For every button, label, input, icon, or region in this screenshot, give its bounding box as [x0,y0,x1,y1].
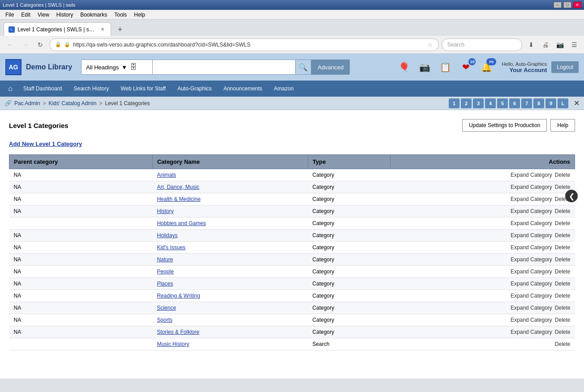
delete-link[interactable]: Delete [555,341,571,347]
breadcrumb-close-button[interactable]: ✕ [574,99,580,107]
expand-category-link[interactable]: Expand Category [511,232,552,239]
expand-category-link[interactable]: Expand Category [511,220,552,226]
expand-category-link[interactable]: Expand Category [511,329,552,335]
category-name-link[interactable]: Music History [157,341,189,347]
forward-button[interactable]: → [19,38,31,51]
close-button[interactable]: ✕ [573,2,581,8]
expand-category-link[interactable]: Expand Category [511,281,552,287]
letter-btn-5[interactable]: 5 [497,98,508,108]
letter-btn-9[interactable]: 9 [545,98,556,108]
delete-link[interactable]: Delete [555,268,571,275]
breadcrumb-kids-catalog[interactable]: Kids' Catalog Admin [48,100,96,107]
menu-view[interactable]: View [34,11,53,19]
bookmark-star-icon[interactable]: ☆ [427,41,433,48]
heading-select[interactable]: All Headings ▼ 🗄 [81,60,153,75]
letter-btn-8[interactable]: 8 [533,98,544,108]
delete-link[interactable]: Delete [555,232,571,239]
expand-category-link[interactable]: Expand Category [511,196,552,202]
nav-auto-graphics[interactable]: Auto-Graphics [172,83,217,94]
nav-web-links[interactable]: Web Links for Staff [115,83,171,94]
delete-link[interactable]: Delete [555,281,571,287]
menu-tools[interactable]: Tools [111,11,130,19]
user-account-link[interactable]: Your Account [502,67,547,73]
screenshot-icon[interactable]: 📷 [554,38,566,51]
home-nav-button[interactable]: ⌂ [4,82,17,95]
expand-category-link[interactable]: Expand Category [511,293,552,299]
expand-category-link[interactable]: Expand Category [511,256,552,263]
expand-category-link[interactable]: Expand Category [511,268,552,275]
heart-icon-item[interactable]: ❤ 10 [458,59,474,75]
delete-link[interactable]: Delete [555,184,571,190]
new-tab-button[interactable]: + [114,23,126,36]
category-name-link[interactable]: Health & Medicine [157,196,200,202]
letter-btn-6[interactable]: 6 [509,98,520,108]
nav-staff-dashboard[interactable]: Staff Dashboard [18,83,68,94]
letter-btn-1[interactable]: 1 [449,98,459,108]
letter-btn-2[interactable]: 2 [461,98,472,108]
category-name-link[interactable]: Stories & Folklore [157,329,199,335]
pocket-icon[interactable]: ⬇ [525,38,537,51]
category-name-link[interactable]: Science [157,305,176,311]
back-button[interactable]: ← [4,38,16,51]
expand-category-link[interactable]: Expand Category [511,172,552,178]
category-name-link[interactable]: Hobbies and Games [157,220,206,226]
menu-icon[interactable]: ☰ [568,38,580,51]
menu-history[interactable]: History [53,11,77,19]
bell-icon-item[interactable]: 🔔 F9 [478,59,494,75]
scroll-left-arrow[interactable]: ❮ [565,190,578,202]
expand-category-link[interactable]: Expand Category [511,244,552,251]
tab-close-button[interactable]: ✕ [99,26,106,33]
category-name-link[interactable]: Sports [157,317,172,323]
delete-link[interactable]: Delete [555,293,571,299]
balloon-icon-item[interactable]: 🎈 [396,59,412,75]
breadcrumb-pac-admin[interactable]: Pac Admin [14,100,40,107]
category-name-link[interactable]: Reading & Writing [157,293,200,299]
expand-category-link[interactable]: Expand Category [511,317,552,323]
menu-file[interactable]: File [2,11,17,19]
category-name-link[interactable]: Animals [157,172,176,178]
delete-link[interactable]: Delete [555,305,571,311]
category-name-link[interactable]: History [157,208,173,214]
category-name-link[interactable]: Kid's Issues [157,244,185,251]
category-name-link[interactable]: Places [157,281,173,287]
search-go-button[interactable]: 🔍 [295,60,311,75]
list-icon-item[interactable]: 📋 [437,59,453,75]
nav-amazon[interactable]: Amazon [269,83,299,94]
letter-btn-3[interactable]: 3 [473,98,484,108]
letter-btn-4[interactable]: 4 [485,98,496,108]
minimize-button[interactable]: – [554,2,562,8]
category-name-link[interactable]: Nature [157,256,173,263]
delete-link[interactable]: Delete [555,317,571,323]
nav-search-history[interactable]: Search History [69,83,115,94]
letter-btn-7[interactable]: 7 [521,98,532,108]
expand-category-link[interactable]: Expand Category [511,305,552,311]
add-new-category-link[interactable]: Add New Level 1 Category [9,141,82,147]
help-button[interactable]: Help [550,119,575,132]
category-name-link[interactable]: People [157,268,173,275]
print-icon[interactable]: 🖨 [539,38,552,51]
advanced-button[interactable]: Advanced [311,60,350,75]
search-input[interactable] [153,60,295,75]
address-url[interactable]: https://qa-swls-verso.auto-graphics.com/… [73,42,425,48]
delete-link[interactable]: Delete [555,329,571,335]
delete-link[interactable]: Delete [555,208,571,214]
expand-category-link[interactable]: Expand Category [511,208,552,214]
delete-link[interactable]: Delete [555,220,571,226]
category-name-link[interactable]: Holidays [157,232,177,239]
nav-announcements[interactable]: Announcements [218,83,268,94]
category-name-link[interactable]: Art, Dance, Music [157,184,199,190]
delete-link[interactable]: Delete [555,172,571,178]
refresh-button[interactable]: ↻ [34,38,47,51]
menu-edit[interactable]: Edit [17,11,34,19]
update-settings-button[interactable]: Update Settings to Production [462,119,547,132]
letter-btn-L[interactable]: L [558,98,568,108]
expand-category-link[interactable]: Expand Category [511,184,552,190]
maximize-button[interactable]: □ [563,2,571,8]
browser-search-input[interactable]: Search [447,42,464,48]
camera-icon-item[interactable]: 📷 [417,59,433,75]
delete-link[interactable]: Delete [555,256,571,263]
active-tab[interactable]: L Level 1 Categories | SWLS | swls ✕ [4,22,111,36]
menu-help[interactable]: Help [130,11,149,19]
delete-link[interactable]: Delete [555,244,571,251]
logout-button[interactable]: Logout [551,61,579,73]
